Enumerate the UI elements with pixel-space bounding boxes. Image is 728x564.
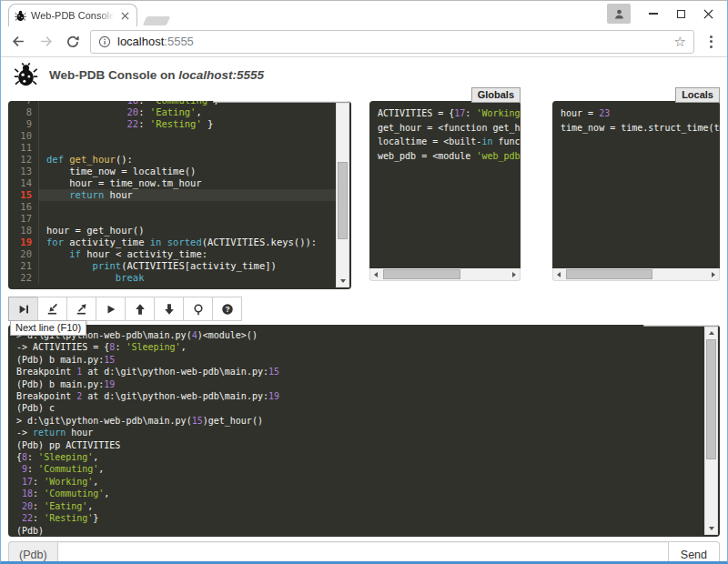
back-button[interactable] [8,32,28,52]
console-line: (Pdb) c [16,402,702,414]
scrollbar-thumb[interactable] [706,339,716,459]
minimize-icon [649,13,658,15]
code-line: 19for activity_time in sorted(ACTIVITIES… [8,237,336,248]
return-icon [76,303,88,316]
line-number[interactable]: 18 [8,225,39,237]
console-line: 17: 'Working', [16,476,702,488]
tab-close-icon[interactable] [118,9,131,22]
bug-favicon-icon [15,10,26,22]
line-number[interactable]: 19 [8,237,39,248]
scrollbar-thumb[interactable] [338,162,348,238]
code-vertical-scrollbar[interactable] [336,103,349,287]
line-number[interactable]: 15 [8,189,39,201]
globals-panel: Globals ACTIVITIES = {17: 'Working', 18:… [369,101,521,281]
line-number[interactable]: 8 [8,106,39,118]
return-button[interactable] [66,297,96,321]
code-line-content: hour = time_now.tm_hour [39,177,336,189]
line-number[interactable]: 14 [8,177,39,189]
line-number[interactable]: 10 [8,130,39,142]
continue-icon [105,303,117,316]
app-header: Web-PDB Console on localhost:5555 [8,57,720,92]
code-line: 15 return hour [8,189,336,201]
next-line-button[interactable] [8,297,38,321]
reload-button[interactable] [63,32,83,52]
code-line-content [39,213,336,225]
close-icon [703,9,713,19]
scrollbar-thumb[interactable] [566,269,652,279]
frame-down-button[interactable] [154,297,184,321]
line-number[interactable]: 17 [8,213,39,225]
step-into-button[interactable] [37,297,67,321]
send-button[interactable]: Send [669,541,720,564]
console-line: 18: 'Commuting', [16,488,702,499]
svg-text:?: ? [225,304,229,313]
scroll-left-arrow-icon[interactable] [370,268,381,280]
code-view: 7 18: 'Commuting',8 20: 'Eating',9 22: '… [8,101,351,284]
code-line-content [39,201,336,213]
scroll-down-arrow-icon[interactable] [705,523,717,534]
scroll-left-arrow-icon[interactable] [553,268,564,280]
address-bar[interactable]: localhost:5555 ☆ [90,30,694,54]
bookmark-star-icon[interactable]: ☆ [674,35,686,48]
frame-up-button[interactable] [125,297,155,321]
console-line: hour = 23 [561,106,720,121]
minimize-button[interactable] [640,3,667,25]
scroll-down-arrow-icon[interactable] [337,276,349,287]
console-line: -> return hour [16,427,702,438]
code-line: 18hour = get_hour() [8,225,336,237]
close-button[interactable] [694,3,722,25]
scroll-right-arrow-icon[interactable] [509,268,520,280]
profile-button[interactable] [607,4,631,24]
scroll-right-arrow-icon[interactable] [708,268,719,280]
line-number[interactable]: 11 [8,142,39,154]
console-line: ACTIVITIES = {17: 'Working', 18: ' [378,106,521,121]
line-number[interactable]: 9 [8,118,39,130]
browser-titlebar: Web-PDB Console on loc [1,1,727,26]
debug-toolbar: ? Next line (F10) [8,297,720,321]
continue-button[interactable] [96,297,126,321]
scrollbar-thumb[interactable] [383,269,460,279]
console-line: get_hour = <function get_hour at 0 [378,121,521,136]
console-vertical-scrollbar[interactable] [704,327,718,535]
code-line: 16 [8,201,336,213]
browser-window: Web-PDB Console on loc [0,0,728,564]
help-button[interactable]: ? [212,297,242,321]
line-number[interactable]: 13 [8,166,39,177]
new-tab-button[interactable] [143,16,170,25]
code-line-content [39,130,336,142]
code-line: 20 if hour < activity_time: [8,248,336,260]
scroll-up-arrow-icon[interactable] [705,327,717,338]
forward-button[interactable] [35,32,56,52]
where-pin-icon [192,303,205,316]
code-line: 17 [8,213,336,225]
code-line-content: print(ACTIVITIES[activity_time]) [39,260,336,272]
console-line: localtime = <built-in function loc [378,135,521,149]
locals-label: Locals [675,87,720,103]
line-number[interactable]: 20 [8,248,39,260]
maximize-button[interactable] [667,3,694,25]
pdb-console-panel: PDB Console > d:\git\python-web-pdb\main… [8,325,720,537]
code-line: 12def get_hour(): [8,154,336,166]
console-line: (Pdb) pp ACTIVITIES [16,439,702,451]
line-number[interactable]: 21 [8,260,39,272]
bug-logo-icon [14,63,38,87]
code-line: 9 22: 'Resting' } [8,118,336,130]
current-file-panel: Current file: main.py(15) 7 18: 'Commuti… [8,101,351,289]
code-line-content: break [39,272,336,284]
line-number[interactable]: 22 [8,272,39,284]
url-text: localhost:5555 [117,35,194,48]
code-line: 8 20: 'Eating', [8,106,336,118]
line-number[interactable]: 16 [8,201,39,213]
console-line: > d:\git\python-web-pdb\main.py(15)get_h… [16,415,702,427]
locals-panel: Locals hour = 23time_now = time.struct_t… [552,101,720,281]
console-line: Breakpoint 2 at d:\git\python-web-pdb\ma… [16,390,702,402]
pdb-command-input[interactable] [57,541,669,564]
browser-tab[interactable]: Web-PDB Console on loc [8,4,137,26]
browser-menu-button[interactable] [702,35,720,48]
line-number[interactable]: 12 [8,154,39,166]
code-line-content: 20: 'Eating', [39,106,336,118]
where-button[interactable] [183,297,213,321]
globals-horizontal-scrollbar[interactable] [369,268,521,281]
code-line: 11 [8,142,336,154]
locals-horizontal-scrollbar[interactable] [552,268,720,281]
